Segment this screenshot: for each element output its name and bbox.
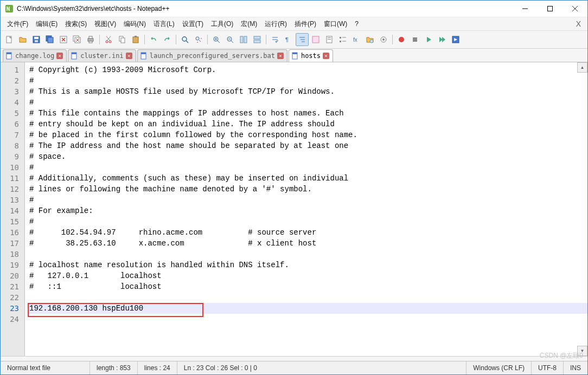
svg-rect-69 xyxy=(292,53,297,54)
record-macro-button[interactable] xyxy=(395,33,408,46)
sync-h-button[interactable] xyxy=(251,33,264,46)
code-line[interactable] xyxy=(29,292,587,303)
folder-workspace-button[interactable] xyxy=(363,33,376,46)
code-line[interactable]: # xyxy=(29,195,587,205)
tab-change-log[interactable]: change.log× xyxy=(3,49,67,62)
code-line[interactable]: 192.168.200.130 hspEdu100 xyxy=(29,303,587,314)
code-line[interactable]: # space. xyxy=(29,151,587,162)
new-file-button[interactable] xyxy=(3,33,16,46)
menu-file[interactable]: 文件(F) xyxy=(4,18,31,30)
code-line[interactable]: # 38.25.63.10 x.acme.com # x client host xyxy=(29,238,587,249)
save-macro-button[interactable] xyxy=(449,33,462,46)
status-inputmode[interactable]: INS xyxy=(564,361,587,374)
code-line[interactable] xyxy=(29,314,587,325)
svg-rect-67 xyxy=(141,53,146,54)
svg-point-21 xyxy=(106,41,108,43)
code-line[interactable]: # 102.54.94.97 rhino.acme.com # source s… xyxy=(29,227,587,238)
line-number: 22 xyxy=(1,292,24,303)
find-button[interactable] xyxy=(178,33,191,46)
code-line[interactable]: # Additionally, comments (such as these)… xyxy=(29,173,587,184)
line-number: 10 xyxy=(1,162,24,173)
menu-help[interactable]: ? xyxy=(351,19,362,29)
code-editor[interactable]: # Copyright (c) 1993-2009 Microsoft Corp… xyxy=(25,62,587,356)
code-line[interactable]: # xyxy=(29,216,587,227)
menu-plugins[interactable]: 插件(P) xyxy=(291,18,319,30)
code-line[interactable]: # ::1 localhost xyxy=(29,281,587,292)
menu-edit[interactable]: 编辑(E) xyxy=(33,18,61,30)
code-line[interactable]: # xyxy=(29,75,587,86)
code-line[interactable]: # This file contains the mappings of IP … xyxy=(29,108,587,119)
close-all-button[interactable] xyxy=(71,33,84,46)
save-all-button[interactable] xyxy=(43,33,56,46)
user-lang-button[interactable] xyxy=(309,33,322,46)
monitor-button[interactable] xyxy=(377,33,390,46)
svg-rect-49 xyxy=(328,37,331,38)
close-button[interactable] xyxy=(563,1,587,17)
menu-language[interactable]: 语言(L) xyxy=(150,18,178,30)
tab-launch_preconfigured_servers-bat[interactable]: launch_preconfigured_servers.bat× xyxy=(137,49,287,62)
redo-button[interactable] xyxy=(161,33,174,46)
copy-button[interactable] xyxy=(116,33,129,46)
tab-hosts[interactable]: hosts× xyxy=(289,49,333,62)
tab-close-icon[interactable]: × xyxy=(277,53,284,59)
doc-close-x[interactable]: X xyxy=(573,20,584,28)
print-button[interactable] xyxy=(84,33,97,46)
status-eol[interactable]: Windows (CR LF) xyxy=(466,361,532,374)
menu-window[interactable]: 窗口(W) xyxy=(321,18,350,30)
code-line[interactable]: # The IP address and the host name shoul… xyxy=(29,140,587,151)
minimize-button[interactable] xyxy=(513,1,538,17)
menu-macro[interactable]: 宏(M) xyxy=(238,18,260,30)
doc-map-button[interactable] xyxy=(323,33,336,46)
save-button[interactable] xyxy=(30,33,43,46)
menu-run[interactable]: 运行(R) xyxy=(261,18,290,30)
paste-button[interactable] xyxy=(129,33,142,46)
tab-close-icon[interactable]: × xyxy=(126,53,132,59)
maximize-button[interactable] xyxy=(538,1,563,17)
menu-view[interactable]: 视图(V) xyxy=(91,18,119,30)
code-line[interactable] xyxy=(29,249,587,260)
menu-settings[interactable]: 设置(T) xyxy=(179,18,207,30)
sync-v-button[interactable] xyxy=(237,33,250,46)
play-macro-button[interactable] xyxy=(422,33,435,46)
tab-close-icon[interactable]: × xyxy=(323,53,329,59)
show-all-chars-button[interactable]: ¶ xyxy=(282,33,295,46)
undo-button[interactable] xyxy=(147,33,160,46)
code-line[interactable]: # 127.0.0.1 localhost xyxy=(29,270,587,281)
tab-label: change.log xyxy=(15,52,54,60)
cut-button[interactable] xyxy=(102,33,115,46)
scroll-down-button[interactable]: ▼ xyxy=(577,346,587,356)
menu-tools[interactable]: 工具(O) xyxy=(208,18,237,30)
tab-label: cluster.ini xyxy=(80,52,123,60)
play-multi-button[interactable] xyxy=(436,33,449,46)
horizontal-scroll-track[interactable] xyxy=(1,356,587,361)
tab-close-icon[interactable]: × xyxy=(56,53,63,59)
menu-encoding[interactable]: 编码(N) xyxy=(120,18,149,30)
replace-button[interactable] xyxy=(192,33,205,46)
code-line[interactable]: # This is a sample HOSTS file used by Mi… xyxy=(29,86,587,97)
code-line[interactable]: # entry should be kept on an individual … xyxy=(29,119,587,130)
tab-cluster-ini[interactable]: cluster.ini× xyxy=(68,49,136,62)
open-file-button[interactable] xyxy=(16,33,29,46)
scroll-up-button[interactable]: ▲ xyxy=(577,62,587,73)
code-line[interactable]: # For example: xyxy=(29,205,587,216)
stop-macro-button[interactable] xyxy=(408,33,421,46)
close-file-button[interactable] xyxy=(57,33,70,46)
indent-guide-button[interactable] xyxy=(296,33,309,46)
svg-rect-8 xyxy=(35,40,38,42)
svg-rect-41 xyxy=(254,36,260,39)
status-encoding[interactable]: UTF-8 xyxy=(532,361,564,374)
code-line[interactable]: # Copyright (c) 1993-2009 Microsoft Corp… xyxy=(29,64,587,75)
wordwrap-button[interactable] xyxy=(269,33,282,46)
zoom-out-button[interactable] xyxy=(223,33,237,46)
code-line[interactable]: # be placed in the first column followed… xyxy=(29,130,587,140)
code-line[interactable]: # localhost name resolution is handled w… xyxy=(29,260,587,270)
doc-list-button[interactable] xyxy=(336,33,349,46)
svg-rect-27 xyxy=(133,37,138,43)
code-line[interactable]: # lines or following the machine name de… xyxy=(29,184,587,195)
zoom-in-button[interactable] xyxy=(210,33,223,46)
code-line[interactable]: # xyxy=(29,162,587,173)
menu-search[interactable]: 搜索(S) xyxy=(62,18,90,30)
svg-line-24 xyxy=(106,36,110,41)
code-line[interactable]: # xyxy=(29,97,587,108)
function-list-button[interactable]: fx xyxy=(350,33,363,46)
